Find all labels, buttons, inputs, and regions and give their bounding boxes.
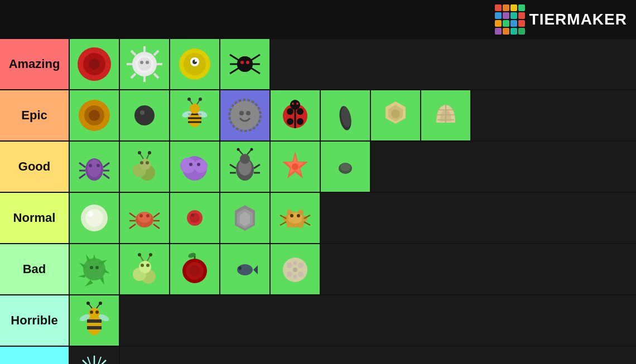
svg-line-119 [153,224,160,229]
svg-point-173 [287,271,292,277]
tiermaker-logo: TiERMAKER [495,4,627,35]
svg-line-201 [98,357,101,365]
svg-line-74 [103,163,109,167]
list-item[interactable] [421,90,471,140]
svg-line-100 [230,164,236,168]
list-item[interactable] [220,39,271,89]
svg-line-116 [129,224,136,229]
svg-point-161 [146,264,150,267]
list-item[interactable] [70,347,120,364]
svg-point-164 [189,265,200,276]
list-item[interactable] [170,142,220,192]
svg-marker-148 [78,274,86,278]
svg-point-169 [238,266,242,270]
list-item[interactable] [170,244,220,294]
logo-text: TiERMAKER [529,11,627,28]
svg-point-167 [237,264,253,275]
tier-label-normal: Normal [0,193,70,243]
svg-point-53 [297,108,303,115]
svg-point-59 [296,103,298,105]
svg-point-124 [191,213,194,217]
tier-label-horrible: Horrible [0,295,70,346]
svg-point-2 [89,59,100,70]
list-item[interactable] [321,142,371,192]
list-item[interactable] [120,142,170,192]
svg-point-64 [391,109,400,118]
svg-point-175 [293,261,297,265]
list-item[interactable] [220,90,271,140]
svg-point-110 [85,209,103,227]
list-item[interactable] [271,193,321,243]
svg-line-73 [79,174,85,178]
svg-point-14 [140,61,143,64]
svg-point-152 [95,266,99,269]
tier-items-horrible [70,295,636,346]
list-item[interactable] [271,142,321,192]
list-item[interactable] [321,90,371,140]
svg-line-9 [131,51,136,55]
list-item[interactable] [120,90,170,140]
svg-point-70 [88,159,101,177]
svg-point-91 [189,163,192,166]
svg-point-13 [138,57,151,71]
list-item[interactable] [70,142,120,192]
svg-point-30 [246,61,249,64]
svg-marker-147 [85,280,93,287]
list-item[interactable] [371,90,421,140]
svg-line-196 [83,360,89,365]
list-item[interactable] [170,90,220,140]
svg-point-140 [290,214,293,217]
list-item[interactable] [170,193,220,243]
list-item[interactable] [70,90,120,140]
svg-line-11 [154,51,158,55]
svg-line-12 [131,74,136,78]
header: TiERMAKER [0,0,636,39]
list-item[interactable] [120,244,170,294]
svg-point-174 [298,271,303,277]
list-item[interactable] [220,244,271,294]
svg-marker-168 [253,265,258,274]
svg-point-135 [298,222,303,228]
list-item[interactable] [120,39,170,89]
svg-marker-143 [93,254,96,261]
list-item[interactable] [271,244,321,294]
list-item[interactable] [70,295,120,346]
svg-point-186 [99,302,102,305]
svg-point-34 [134,105,155,125]
list-item[interactable] [220,193,271,243]
svg-point-95 [240,154,250,164]
tier-row-normal: Normal [0,193,636,244]
svg-point-171 [287,263,292,268]
svg-point-33 [89,110,100,121]
tier-items-normal [70,193,636,243]
tier-label-wtf: wtf is this [0,347,70,364]
svg-rect-179 [87,319,102,323]
list-item[interactable] [271,90,321,140]
tier-items-wtf [70,347,636,364]
svg-point-42 [187,98,191,101]
list-item[interactable] [70,39,120,89]
svg-point-155 [139,261,151,273]
svg-point-189 [90,310,93,314]
svg-point-20 [195,60,197,62]
svg-line-71 [79,163,85,167]
svg-point-78 [97,164,100,167]
svg-line-10 [154,74,158,78]
svg-point-35 [140,110,144,115]
tier-row-horrible: Horrible [0,295,636,347]
list-item[interactable] [70,244,120,294]
list-item[interactable] [220,142,271,192]
svg-point-77 [89,164,92,167]
svg-point-120 [139,214,143,217]
svg-point-54 [287,118,293,125]
tier-items-epic [70,90,636,140]
list-item[interactable] [70,193,120,243]
tier-label-amazing: Amazing [0,39,70,89]
tier-items-bad [70,244,636,294]
svg-line-137 [280,222,286,225]
list-item[interactable] [120,193,170,243]
svg-point-97 [237,148,239,151]
svg-point-52 [287,108,293,115]
svg-line-102 [254,164,260,168]
list-item[interactable] [170,39,220,89]
